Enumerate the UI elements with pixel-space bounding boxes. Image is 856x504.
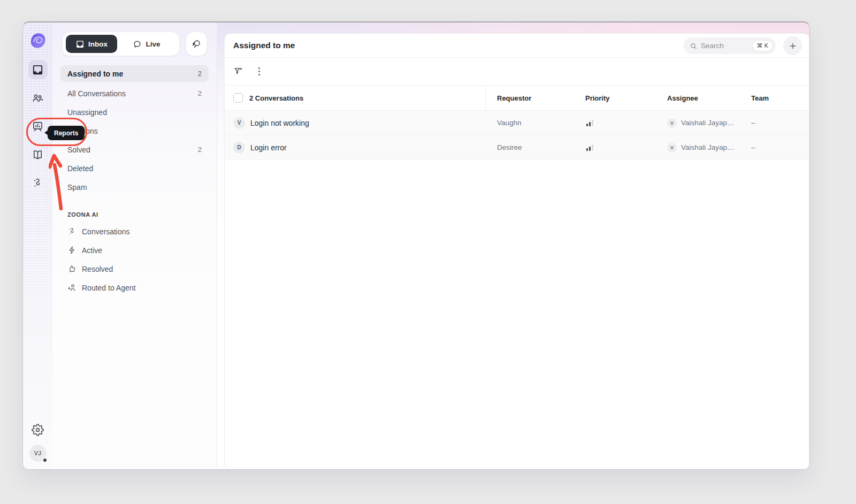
filter-add-icon[interactable] [233,66,243,77]
assignee-name: Vaishali Jayap… [681,143,735,151]
inbox-live-tabs: Inbox Live [62,32,180,56]
nav-label: Assigned to me [67,70,123,78]
rail-knowledge-base-icon[interactable] [28,145,48,164]
nav-count: 2 [198,70,202,78]
inbox-nav: Assigned to me 2 All Conversations 2 Una… [60,65,209,297]
team-value: – [751,119,755,127]
ai-item-label: Resolved [82,265,113,273]
zoona-logo-icon[interactable] [29,32,47,49]
search-bar[interactable]: ⌘ K [684,37,776,54]
rail-inbox-icon[interactable] [28,60,48,79]
assignee-cell: V Vaishali Jayap… [667,143,735,152]
requestor-name: Desiree [497,143,522,151]
selection-header: 2 Conversations [249,94,303,102]
thumbs-up-icon [67,264,77,273]
conversation-title: Login error [250,143,287,152]
tab-inbox[interactable]: Inbox [66,35,117,53]
column-header-requestor[interactable]: Requestor [497,94,531,102]
nav-label: Deleted [67,164,93,173]
table-row[interactable]: V Login not working Vaughn V Vaishali Ja… [225,111,809,135]
table-row[interactable]: D Login error Desiree V Vaishali Jayap… … [225,135,809,160]
priority-medium-icon [586,120,593,126]
ai-item-active[interactable]: Active [60,241,209,259]
search-input[interactable] [701,42,748,50]
tab-inbox-label: Inbox [88,40,108,48]
assignee-avatar: V [667,143,677,152]
assignee-name: Vaishali Jayap… [681,119,735,127]
user-avatar[interactable]: VJ [29,445,47,462]
squiggle-icon [67,227,77,236]
page-title: Assigned to me [233,41,295,50]
nav-label: Unassigned [67,108,107,117]
reports-tooltip: Reports [48,126,85,140]
nav-item-unassigned[interactable]: Unassigned [60,103,209,121]
nav-label: Spam [67,183,87,192]
ai-item-label: Routed to Agent [82,284,135,292]
ai-item-routed-to-agent[interactable]: Routed to Agent [60,278,209,297]
lightning-icon [67,246,77,255]
nav-label: Solved [67,146,90,154]
ai-assist-button[interactable] [186,32,207,56]
inbox-icon [75,40,85,49]
nav-label: All Conversations [67,89,126,98]
conversations-table: 2 Conversations Requestor Priority Assig… [225,86,809,160]
person-arrow-icon [67,283,77,292]
assignee-avatar: V [667,118,677,128]
new-conversation-button[interactable] [783,36,802,55]
column-header-priority[interactable]: Priority [585,94,610,102]
app-window: VJ Inbox Live [22,21,810,470]
ai-assist-icon [191,39,202,49]
tabs-row: Inbox Live [62,32,207,56]
zoona-ai-section-label: ZOONA AI [67,211,202,218]
nav-item-spam[interactable]: Spam [60,178,209,196]
ai-item-label: Active [82,246,102,255]
settings-gear-icon[interactable] [28,420,48,439]
team-value: – [751,143,755,151]
requestor-avatar: V [233,117,245,129]
plus-icon [789,42,797,50]
nav-item-assigned-to-me[interactable]: Assigned to me 2 [60,65,209,82]
table-header-row: 2 Conversations Requestor Priority Assig… [225,86,809,111]
search-shortcut-badge: ⌘ K [752,40,773,51]
ai-item-resolved[interactable]: Resolved [60,259,209,278]
ai-item-label: Conversations [82,227,130,236]
priority-medium-icon [586,144,593,151]
icon-rail: VJ [23,22,52,469]
requestor-avatar: D [233,142,245,154]
conversation-title: Login not working [250,119,309,127]
select-all-checkbox[interactable] [233,93,243,103]
nav-item-solved[interactable]: Solved 2 [60,140,209,159]
more-options-icon[interactable] [257,66,261,77]
main-header: Assigned to me ⌘ K [225,34,809,58]
main-panel: Assigned to me ⌘ K [224,33,809,470]
rail-zoona-ai-icon[interactable] [28,173,48,193]
nav-item-all-conversations[interactable]: All Conversations 2 [60,84,209,103]
search-icon [690,42,697,50]
rail-teams-icon[interactable] [28,88,48,108]
assignee-cell: V Vaishali Jayap… [667,118,735,128]
tab-live[interactable]: Live [117,35,176,53]
nav-count: 2 [198,146,202,154]
chat-bubble-icon [133,40,142,49]
tab-live-label: Live [146,40,160,48]
status-dot [42,457,48,463]
nav-item-deleted[interactable]: Deleted [60,159,209,178]
requestor-name: Vaughn [497,119,522,127]
conversation-list-panel: Inbox Live Assigned to me [52,22,217,469]
ai-item-conversations[interactable]: Conversations [60,222,209,241]
table-toolbar [225,58,809,86]
user-initials: VJ [34,450,41,456]
column-header-team[interactable]: Team [751,94,769,102]
column-header-assignee[interactable]: Assignee [667,94,698,102]
nav-count: 2 [198,89,202,97]
